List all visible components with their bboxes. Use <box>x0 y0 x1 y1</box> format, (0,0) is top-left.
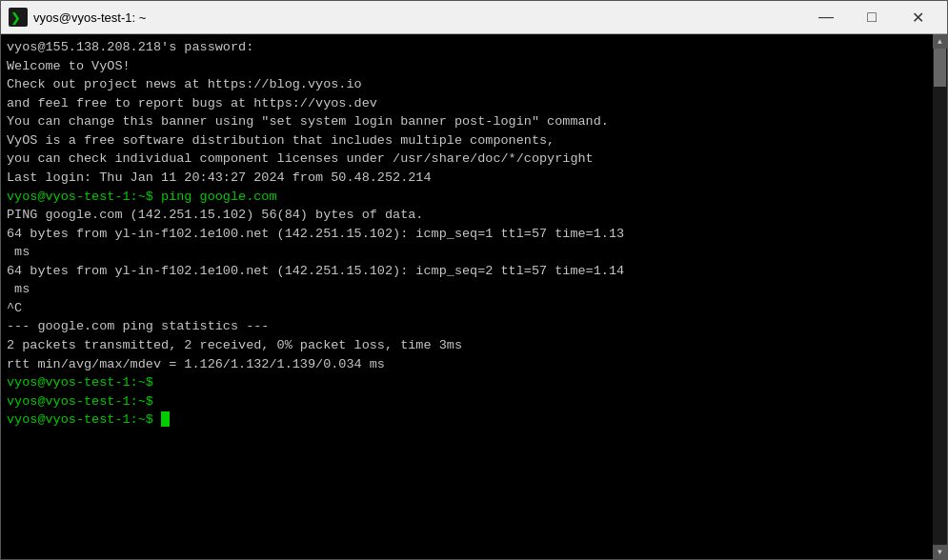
terminal-line: you can check individual component licen… <box>7 150 941 169</box>
terminal-line: 64 bytes from yl-in-f102.1e100.net (142.… <box>7 225 941 244</box>
terminal-line: Last login: Thu Jan 11 20:43:27 2024 fro… <box>7 169 941 188</box>
terminal-content: vyos@155.138.208.218's password: Welcome… <box>7 38 941 430</box>
svg-text:❯: ❯ <box>10 11 21 26</box>
window-title: vyos@vyos-test-1: ~ <box>33 10 804 25</box>
close-button[interactable]: ✕ <box>896 3 939 31</box>
terminal-line: 2 packets transmitted, 2 received, 0% pa… <box>7 336 941 355</box>
app-icon: ❯ <box>9 8 28 27</box>
terminal-line: vyos@155.138.208.218's password: <box>7 38 941 57</box>
terminal-line: VyOS is a free software distribution tha… <box>7 131 941 150</box>
scrollbar-down-button[interactable]: ▼ <box>933 545 947 559</box>
scrollbar[interactable]: ▲ ▼ <box>933 34 947 559</box>
scrollbar-up-button[interactable]: ▲ <box>933 34 947 49</box>
terminal-line: rtt min/avg/max/mdev = 1.126/1.132/1.139… <box>7 355 941 374</box>
title-bar: ❯ vyos@vyos-test-1: ~ — □ ✕ <box>1 1 947 34</box>
terminal-line: vyos@vyos-test-1:~$ <box>7 410 941 430</box>
terminal-line: You can change this banner using "set sy… <box>7 112 941 131</box>
terminal-line: ^C <box>7 299 941 318</box>
terminal-window: ❯ vyos@vyos-test-1: ~ — □ ✕ vyos@155.138… <box>0 0 948 560</box>
window-controls: — □ ✕ <box>804 3 939 31</box>
terminal-line: vyos@vyos-test-1:~$ <box>7 392 941 411</box>
terminal-line: Check out project news at https://blog.v… <box>7 75 941 94</box>
maximize-button[interactable]: □ <box>850 3 894 31</box>
terminal-line: Welcome to VyOS! <box>7 57 941 76</box>
terminal-line: vyos@vyos-test-1:~$ <box>7 373 941 392</box>
terminal-cursor <box>161 411 170 427</box>
terminal-line: and feel free to report bugs at https://… <box>7 94 941 113</box>
scrollbar-thumb[interactable] <box>934 49 946 87</box>
scrollbar-track[interactable] <box>933 49 947 545</box>
terminal-line: vyos@vyos-test-1:~$ ping google.com <box>7 188 941 207</box>
terminal-line: 64 bytes from yl-in-f102.1e100.net (142.… <box>7 262 941 281</box>
terminal-line: --- google.com ping statistics --- <box>7 317 941 336</box>
terminal-line: ms <box>7 280 941 299</box>
terminal-body[interactable]: vyos@155.138.208.218's password: Welcome… <box>1 34 947 559</box>
minimize-button[interactable]: — <box>804 3 848 31</box>
terminal-line: ms <box>7 243 941 262</box>
terminal-line: PING google.com (142.251.15.102) 56(84) … <box>7 206 941 225</box>
